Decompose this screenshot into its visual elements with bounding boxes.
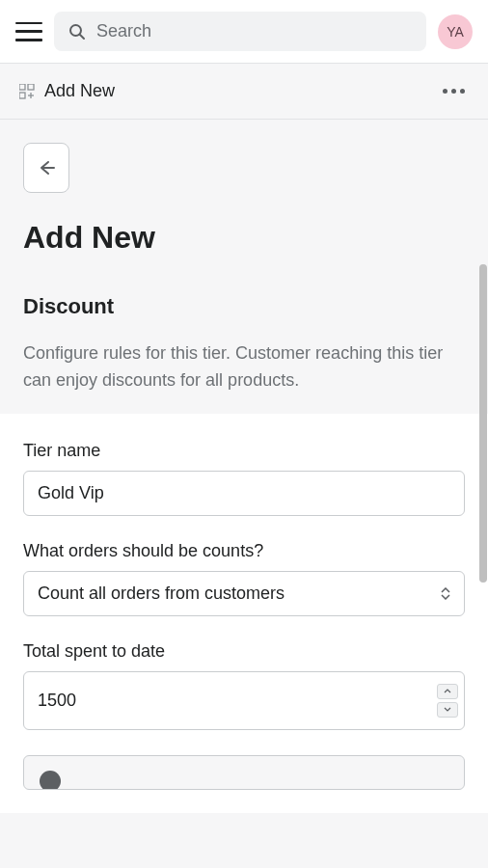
arrow-left-icon — [36, 157, 57, 178]
section-title: Discount — [23, 294, 465, 319]
app-grid-icon — [19, 84, 35, 99]
chevron-down-icon — [444, 707, 451, 712]
svg-line-1 — [80, 35, 84, 39]
svg-rect-2 — [19, 84, 25, 90]
more-actions-icon[interactable] — [439, 85, 469, 97]
number-spinner — [437, 684, 458, 718]
spinner-down-button[interactable] — [437, 702, 458, 718]
svg-rect-4 — [19, 93, 25, 98]
page-title: Add New — [23, 220, 465, 256]
back-button[interactable] — [23, 143, 69, 193]
order-count-select[interactable]: Count all orders from customers — [23, 571, 465, 616]
avatar[interactable]: YA — [438, 14, 473, 49]
order-count-field: What orders should be counts? Count all … — [23, 541, 465, 616]
spinner-up-button[interactable] — [437, 684, 458, 699]
select-arrows-icon — [441, 587, 450, 600]
tier-name-label: Tier name — [23, 441, 465, 461]
scrollbar[interactable] — [479, 264, 487, 583]
section-description: Configure rules for this tier. Customer … — [23, 340, 465, 394]
tier-name-field: Tier name — [23, 441, 465, 516]
total-spent-input[interactable]: 1500 — [23, 671, 465, 730]
order-count-value: Count all orders from customers — [38, 583, 285, 604]
search-input[interactable]: Search — [54, 12, 426, 51]
svg-rect-3 — [28, 84, 34, 90]
info-icon — [40, 771, 61, 790]
sub-header: Add New — [0, 63, 488, 120]
tier-name-input[interactable] — [23, 471, 465, 516]
total-spent-value: 1500 — [38, 691, 76, 711]
order-count-label: What orders should be counts? — [23, 541, 465, 561]
sub-header-title: Add New — [44, 81, 115, 101]
form-card: Tier name What orders should be counts? … — [0, 414, 488, 813]
chevron-up-icon — [444, 689, 451, 693]
search-icon — [68, 22, 87, 41]
search-placeholder: Search — [96, 21, 151, 41]
hamburger-menu-icon[interactable] — [15, 20, 42, 43]
top-bar: Search YA — [0, 0, 488, 63]
total-spent-field: Total spent to date 1500 — [23, 641, 465, 730]
page-content: Add New Discount Configure rules for thi… — [0, 120, 488, 862]
total-spent-label: Total spent to date — [23, 641, 465, 662]
info-banner — [23, 755, 465, 790]
